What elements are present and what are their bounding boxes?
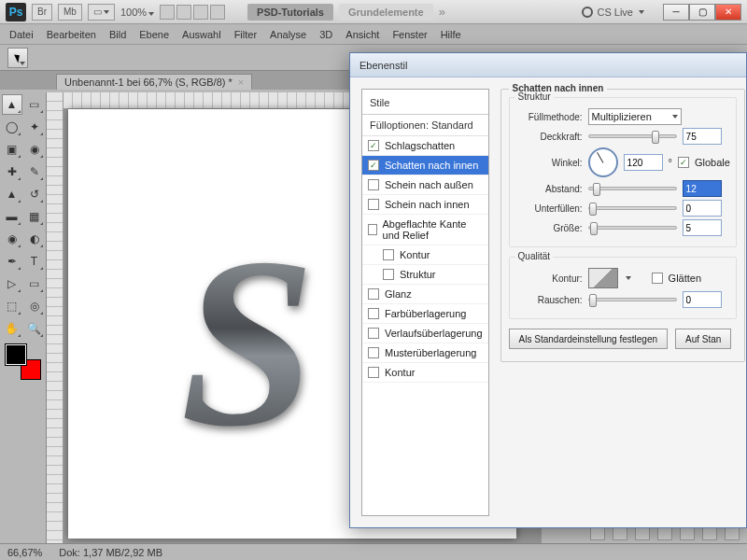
- minimize-button[interactable]: ─: [663, 4, 689, 21]
- menu-bild[interactable]: Bild: [109, 29, 126, 40]
- contour-picker[interactable]: [588, 268, 618, 288]
- style-row[interactable]: Musterüberlagerung: [362, 343, 488, 363]
- chevron-down-icon[interactable]: [626, 276, 631, 280]
- style-checkbox[interactable]: [368, 367, 379, 378]
- style-row[interactable]: Kontur: [362, 363, 488, 383]
- adjustment-icon[interactable]: [657, 527, 672, 540]
- style-checkbox[interactable]: [368, 347, 379, 358]
- folder-icon[interactable]: [680, 527, 695, 540]
- status-zoom[interactable]: 66,67%: [7, 547, 42, 558]
- menu-fenster[interactable]: Fenster: [392, 29, 427, 40]
- style-checkbox[interactable]: [368, 328, 379, 339]
- menu-ansicht[interactable]: Ansicht: [345, 29, 379, 40]
- fill-options-row[interactable]: Fülloptionen: Standard: [362, 115, 488, 136]
- menu-filter[interactable]: Filter: [234, 29, 257, 40]
- style-checkbox[interactable]: [383, 249, 394, 260]
- lasso-tool[interactable]: ◯: [2, 117, 22, 137]
- type-tool[interactable]: T: [24, 251, 45, 272]
- style-checkbox[interactable]: [368, 308, 379, 319]
- close-tab-icon[interactable]: ×: [238, 77, 244, 88]
- heal-tool[interactable]: ✚: [2, 161, 22, 182]
- style-row[interactable]: ✓Schlagschatten: [362, 136, 488, 156]
- wand-tool[interactable]: ✦: [24, 117, 45, 137]
- style-checkbox[interactable]: [368, 288, 379, 300]
- zoom-tool[interactable]: 🔍: [24, 318, 45, 339]
- menu-analyse[interactable]: Analyse: [270, 29, 306, 40]
- style-row[interactable]: Schein nach innen: [362, 195, 488, 215]
- style-row[interactable]: Kontur: [362, 245, 488, 265]
- set-default-button[interactable]: Als Standardeinstellung festlegen: [509, 329, 668, 349]
- choke-input[interactable]: [683, 200, 722, 217]
- document-tab[interactable]: Unbenannt-1 bei 66,7% (S, RGB/8) * ×: [56, 74, 252, 90]
- bridge-button[interactable]: Br: [32, 4, 52, 21]
- style-checkbox[interactable]: [368, 199, 379, 210]
- blendmode-combo[interactable]: Multiplizieren: [588, 108, 682, 125]
- brush-tool[interactable]: ✎: [24, 161, 45, 182]
- arrange-button[interactable]: ▭: [88, 4, 115, 21]
- angle-input[interactable]: [624, 154, 663, 171]
- fx-icon[interactable]: [613, 527, 627, 540]
- opacity-slider[interactable]: [588, 134, 677, 138]
- style-checkbox[interactable]: [368, 179, 379, 190]
- 3d-tool[interactable]: ⬚: [2, 296, 22, 316]
- eyedropper-tool[interactable]: ◉: [24, 139, 45, 160]
- move-tool[interactable]: ▲: [2, 94, 22, 115]
- distance-slider[interactable]: [588, 187, 677, 190]
- style-checkbox[interactable]: [368, 224, 377, 235]
- 3d-cam-tool[interactable]: ◎: [24, 296, 45, 316]
- more-workspaces-icon[interactable]: »: [439, 5, 445, 19]
- reset-default-button[interactable]: Auf Stan: [675, 329, 731, 349]
- mask-icon[interactable]: [635, 527, 650, 540]
- angle-dial[interactable]: [588, 147, 618, 177]
- style-checkbox[interactable]: ✓: [368, 140, 379, 151]
- zoom-tool-icon[interactable]: [176, 5, 191, 20]
- current-tool-icon[interactable]: [7, 48, 28, 68]
- screen-mode-icon[interactable]: [210, 5, 225, 20]
- style-row[interactable]: Glanz: [362, 285, 488, 304]
- global-light-checkbox[interactable]: ✓: [678, 157, 689, 168]
- size-input[interactable]: [683, 219, 722, 236]
- menu-auswahl[interactable]: Auswahl: [182, 29, 221, 40]
- marquee-tool[interactable]: ▭: [24, 94, 45, 115]
- color-swatches[interactable]: [6, 344, 41, 380]
- link-icon[interactable]: [590, 527, 605, 540]
- size-slider[interactable]: [588, 226, 677, 230]
- style-row[interactable]: ✓Schatten nach innen: [362, 156, 488, 175]
- maximize-button[interactable]: ▢: [689, 4, 715, 21]
- gradient-tool[interactable]: ▦: [24, 206, 45, 227]
- workspace-tab-psd[interactable]: PSD-Tutorials: [247, 4, 333, 21]
- noise-slider[interactable]: [588, 298, 677, 301]
- choke-slider[interactable]: [588, 206, 677, 210]
- style-row[interactable]: Farbüberlagerung: [362, 304, 488, 324]
- style-row[interactable]: Schein nach außen: [362, 175, 488, 195]
- style-checkbox[interactable]: ✓: [368, 160, 379, 171]
- dialog-titlebar[interactable]: Ebenenstil: [350, 53, 746, 77]
- close-button[interactable]: ✕: [715, 4, 741, 21]
- eraser-tool[interactable]: ▬: [2, 206, 22, 227]
- blur-tool[interactable]: ◉: [2, 229, 22, 249]
- noise-input[interactable]: [683, 291, 722, 308]
- minibridge-button[interactable]: Mb: [58, 4, 82, 21]
- menu-hilfe[interactable]: Hilfe: [441, 29, 461, 40]
- distance-input[interactable]: [683, 180, 722, 197]
- opacity-input[interactable]: [683, 128, 722, 145]
- trash-icon[interactable]: [725, 527, 740, 540]
- stamp-tool[interactable]: ▲: [2, 184, 22, 204]
- hand-tool[interactable]: ✋: [2, 318, 22, 339]
- menu-datei[interactable]: Datei: [9, 29, 34, 40]
- hand-tool-icon[interactable]: [160, 5, 175, 20]
- pen-tool[interactable]: ✒: [2, 251, 22, 272]
- crop-tool[interactable]: ▣: [2, 139, 22, 160]
- style-row[interactable]: Abgeflachte Kante und Relief: [362, 215, 488, 245]
- rotate-view-icon[interactable]: [193, 5, 208, 20]
- style-row[interactable]: Verlaufsüberlagerung: [362, 324, 488, 343]
- menu-ebene[interactable]: Ebene: [139, 29, 169, 40]
- history-brush-tool[interactable]: ↺: [24, 184, 45, 204]
- foreground-color-swatch[interactable]: [6, 344, 26, 365]
- styles-header[interactable]: Stile: [362, 90, 488, 115]
- dodge-tool[interactable]: ◐: [24, 229, 45, 249]
- zoom-combo[interactable]: 100%: [120, 7, 154, 18]
- style-checkbox[interactable]: [383, 269, 394, 280]
- antialias-checkbox[interactable]: [652, 273, 663, 284]
- status-doc-size[interactable]: Dok: 1,37 MB/2,92 MB: [59, 547, 162, 558]
